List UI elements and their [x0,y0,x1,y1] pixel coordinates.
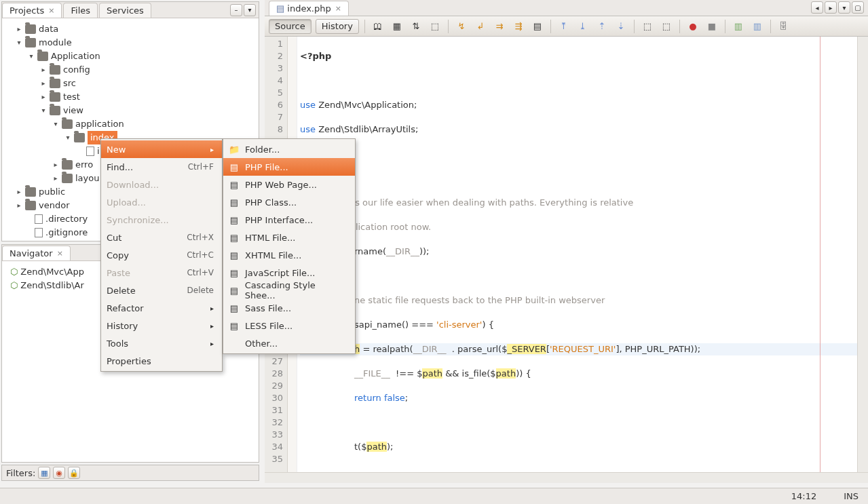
tree-item[interactable]: public [39,185,65,199]
close-icon[interactable]: × [48,6,54,15]
tb-icon[interactable]: 🕮 [371,19,385,34]
tab-navigator-label: Navigator [10,248,53,258]
tb-icon[interactable]: ▤ [530,19,545,34]
tree-item[interactable]: config [63,63,90,77]
menu-cut[interactable]: CutCtrl+X [101,229,222,246]
history-button[interactable]: History [316,19,359,34]
code-area[interactable]: <?php use Zend\Mvc\Application; use Zend… [297,37,868,472]
vertical-scrollbar[interactable] [857,37,868,472]
folder-icon: 📁 [229,144,240,155]
file-tabs: ▤ index.php × ◂ ▸ ▾ ▢ [265,0,868,16]
tb-icon[interactable]: ▥ [731,19,746,34]
tree-item[interactable]: i [97,144,100,158]
menu-delete[interactable]: DeleteDelete [101,282,222,299]
tree-item[interactable]: data [39,22,58,36]
tb-icon[interactable]: ⇅ [409,19,423,34]
tab-navigator[interactable]: Navigator× [2,246,71,260]
menu-props[interactable]: Properties [101,352,222,370]
menu-refactor[interactable]: Refactor▸ [101,299,222,317]
tb-icon[interactable]: ⇣ [614,19,628,34]
record-icon[interactable]: ● [685,19,700,34]
margin-line [820,37,820,472]
tree-item[interactable]: .gitignore [45,226,88,239]
tb-icon[interactable]: ⬚ [428,19,442,34]
tb-icon[interactable]: ⇉ [492,19,507,34]
tree-item[interactable]: layou [75,172,99,185]
tree-item[interactable]: vendor [39,199,69,212]
editor-toolbar: Source History 🕮 ▦ ⇅ ⬚ ↯ ↲ ⇉ ⇶ ▤ ⤒ ⤓ ⇡ ⇣… [265,16,868,37]
horizontal-scrollbar[interactable] [265,472,868,483]
php-web-icon: ▤ [229,179,240,190]
tree-item[interactable]: src [63,77,76,90]
tree-item[interactable]: test [63,90,80,104]
tab-projects[interactable]: Projects× [2,3,62,18]
new-less[interactable]: ▤LESS File... [223,317,355,334]
close-icon[interactable]: × [57,249,63,258]
nav-back-icon[interactable]: ◂ [811,1,823,14]
new-php-class[interactable]: ▤PHP Class... [223,193,355,211]
tree-item[interactable]: application [75,117,124,131]
source-button[interactable]: Source [269,19,312,34]
nav-fwd-icon[interactable]: ▸ [825,1,837,14]
tb-icon[interactable]: ⇶ [511,19,526,34]
nav-max-icon[interactable]: ▢ [852,1,864,14]
menu-history[interactable]: History▸ [101,317,222,334]
php-file-icon: ▤ [276,3,284,14]
new-xhtml[interactable]: ▤XHTML File... [223,246,355,264]
tb-icon[interactable]: ▥ [750,19,765,34]
tb-icon[interactable]: ⬚ [659,19,674,34]
stop-icon[interactable]: ■ [704,19,719,34]
panel-opts-icon[interactable]: ▾ [244,4,256,16]
tree-item[interactable]: Application [51,50,100,63]
less-icon: ▤ [229,320,240,331]
menu-sync: Synchronize... [101,211,222,229]
xhtml-icon: ▤ [229,250,240,260]
menu-new[interactable]: New▸ [101,140,222,158]
tree-item[interactable]: module [39,36,72,50]
tree-item[interactable]: .directory [45,212,88,226]
filter-btn-1[interactable]: ▦ [38,467,50,479]
new-php-interface[interactable]: ▤PHP Interface... [223,211,355,229]
tb-icon[interactable]: ⬚ [640,19,655,34]
tree-item[interactable]: view [63,104,83,117]
html-icon: ▤ [229,232,240,243]
filter-btn-2[interactable]: ◉ [53,467,65,479]
new-js[interactable]: ▤JavaScript File... [223,264,355,282]
tree-item[interactable]: erro [75,158,93,172]
new-folder[interactable]: 📁Folder... [223,140,355,158]
menu-find[interactable]: Find...Ctrl+F [101,158,222,176]
db-icon[interactable]: 🗄 [776,19,791,34]
tb-icon[interactable]: ⤒ [556,19,571,34]
close-icon[interactable]: × [335,4,341,13]
new-sass[interactable]: ▤Sass File... [223,299,355,317]
file-tab-index[interactable]: ▤ index.php × [269,1,349,16]
new-css[interactable]: ▤Cascading Style Shee... [223,282,355,299]
tb-icon[interactable]: ↲ [473,19,488,34]
tab-services[interactable]: Services [99,3,151,18]
menu-download: Download... [101,176,222,193]
new-other[interactable]: Other... [223,334,355,352]
tb-icon[interactable]: ▦ [390,19,404,34]
menu-upload: Upload... [101,193,222,211]
submenu-new: 📁Folder... ▤PHP File... ▤PHP Web Page...… [223,138,356,354]
new-html[interactable]: ▤HTML File... [223,229,355,246]
new-php-file[interactable]: ▤PHP File... [223,158,355,176]
tab-files[interactable]: Files [63,3,98,18]
status-time: 14:12 [791,491,816,501]
panel-min-icon[interactable]: – [230,4,242,16]
sass-icon: ▤ [229,303,240,313]
menu-paste: PasteCtrl+V [101,264,222,282]
menu-tools[interactable]: Tools▸ [101,334,222,352]
tb-icon[interactable]: ⤓ [575,19,590,34]
nav-list-icon[interactable]: ▾ [838,1,850,14]
context-menu: New▸ Find...Ctrl+F Download... Upload...… [100,138,223,372]
tb-icon[interactable]: ↯ [454,19,469,34]
nav-item[interactable]: Zend\Mvc\App [20,265,84,279]
new-php-web[interactable]: ▤PHP Web Page... [223,176,355,193]
filter-btn-3[interactable]: 🔒 [68,467,80,479]
tab-projects-label: Projects [10,5,44,16]
js-icon: ▤ [229,267,240,278]
nav-item[interactable]: Zend\Stdlib\Ar [20,279,83,292]
tb-icon[interactable]: ⇡ [595,19,609,34]
menu-copy[interactable]: CopyCtrl+C [101,246,222,264]
